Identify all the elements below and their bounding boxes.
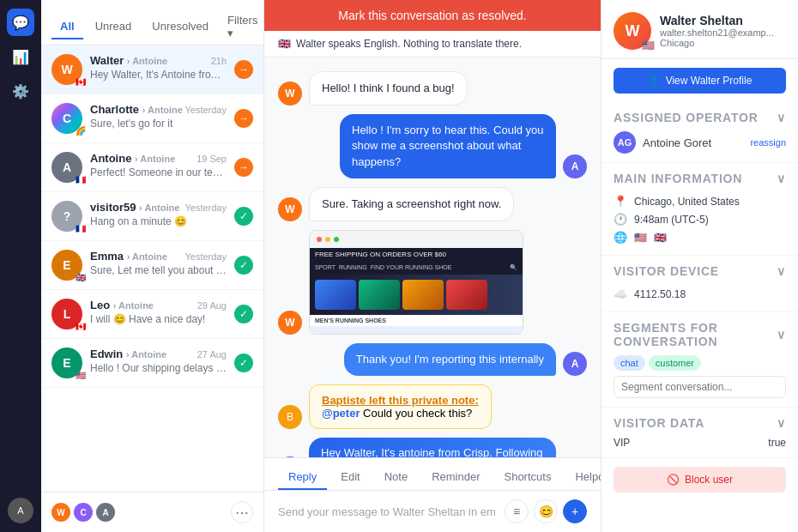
conversation-items: W 🇨🇦 Walter › Antoine 21h Hey Walter, It… <box>41 45 263 492</box>
shoe-2 <box>359 280 400 310</box>
chevron-down-icon-3[interactable]: ∨ <box>777 264 786 278</box>
conv-preview-walter: Hey Walter, It's Antoine from Crisp. Fol… <box>90 69 227 81</box>
msg-bubble-2: Hello ! I'm sorry to hear this. Could yo… <box>340 114 556 178</box>
conv-name-walter: Walter › Antoine <box>90 54 167 67</box>
chevron-down-icon[interactable]: ∨ <box>777 111 786 124</box>
nav-user-avatar[interactable]: A <box>8 498 33 523</box>
nav-settings-icon[interactable]: ⚙️ <box>7 77 34 105</box>
clock-icon: 🕐 <box>614 213 627 226</box>
msg-bubble-5: Thank you! I'm reporting this internally <box>344 343 556 376</box>
conv-item-antoine[interactable]: A 🇫🇷 Antoine › Antoine 19 Sep Perfect! S… <box>41 143 263 192</box>
msg-bubble-3: Sure. Taking a screenshot right now. <box>309 187 514 221</box>
input-tab-edit[interactable]: Edit <box>330 465 370 490</box>
screenshot-card: FREE SHIPPING ON ORDERS OVER $60 SPORT R… <box>309 230 523 335</box>
chevron-down-icon-2[interactable]: ∨ <box>777 172 786 185</box>
msg-avatar-baptiste: B <box>278 405 302 429</box>
msg-avatar-walter-3: W <box>278 311 302 335</box>
rp-location-text: Chicago, United States <box>634 196 740 208</box>
block-user-button[interactable]: 🚫 Block user <box>614 467 786 493</box>
conv-item-charlotte[interactable]: C 🌈 Charlotte › Antoine Yesterday Sure, … <box>41 94 263 143</box>
chat-emoji-icon[interactable]: 😊 <box>534 499 558 523</box>
chevron-down-icon-5[interactable]: ∨ <box>777 416 786 430</box>
avatar-edwin: E 🇺🇸 <box>51 348 82 378</box>
note-bubble: Baptiste left this private note: @peter … <box>309 384 492 429</box>
msg-avatar-antoine-2: A <box>563 352 587 376</box>
avatar-leo: L 🇨🇦 <box>51 299 82 329</box>
chat-input-field[interactable] <box>278 505 496 518</box>
rp-section-device: VISITOR DEVICE ∨ ☁️ 4112.50.18 <box>602 256 798 312</box>
msg-row-7: A Hey Walter, It's antoine from Crisp. F… <box>278 438 587 457</box>
rp-info: Walter Sheltan walter.shelton21@examp...… <box>660 14 774 48</box>
view-profile-button[interactable]: 👤 View Walter Profile <box>614 68 786 94</box>
reassign-link[interactable]: reassign <box>750 137 786 148</box>
msg-row-3: W Sure. Taking a screenshot right now. <box>278 187 587 221</box>
vip-row: VIP true <box>614 437 786 449</box>
input-tab-note[interactable]: Note <box>374 465 418 490</box>
vip-value: true <box>768 437 786 449</box>
mock-label: MEN'S RUNNING SHOES <box>310 315 523 326</box>
nav-stats-icon[interactable]: 📊 <box>7 43 34 70</box>
chat-format-icon[interactable]: ≡ <box>505 499 529 523</box>
rp-section-title-device: VISITOR DEVICE ∨ <box>614 264 786 278</box>
rp-section-title-visitordata: VISITOR DATA ∨ <box>614 416 786 430</box>
rp-section-main-info: MAIN INFORMATION ∨ 📍 Chicago, United Sta… <box>602 163 798 256</box>
chat-input-tabs: Reply Edit Note Reminder Shortcuts Helpd… <box>264 458 601 491</box>
conv-item-leo[interactable]: L 🇨🇦 Leo › Antoine 29 Aug I will 😊 Have … <box>41 290 263 339</box>
mock-nav-text: SPORT <box>315 264 336 270</box>
chat-send-icon[interactable]: + <box>563 499 587 523</box>
conv-item-edwin[interactable]: E 🇺🇸 Edwin › Antoine 27 Aug Hello ! Our … <box>41 339 263 388</box>
segment-chat[interactable]: chat <box>614 355 645 371</box>
rp-flags-row: 🌐 🇺🇸 🇬🇧 <box>614 228 786 246</box>
conv-status-emma: ✓ <box>234 256 253 275</box>
msg-avatar-antoine-1: A <box>563 154 587 178</box>
rp-section-title-segments: SEGMENTS FOR CONVERSATION ∨ <box>614 321 786 348</box>
conv-item-visitor59[interactable]: ? 🇫🇷 visitor59 › Antoine Yesterday Hang … <box>41 192 263 241</box>
input-tab-reply[interactable]: Reply <box>278 465 327 490</box>
rp-city: Chicago <box>660 38 774 48</box>
nav-chat-icon[interactable]: 💬 <box>7 9 34 36</box>
shoe-1 <box>315 280 356 310</box>
rp-time-row: 🕐 9:48am (UTC-5) <box>614 210 786 228</box>
conv-tabs: All Unread Unresolved Filters ▾ <box>41 0 263 45</box>
msg-row-5: A Thank you! I'm reporting this internal… <box>278 343 587 376</box>
rp-time-text: 9:48am (UTC-5) <box>634 214 709 226</box>
msg-avatar-walter-1: W <box>278 82 302 106</box>
note-body: @peter Could you check this? <box>322 407 479 420</box>
left-navigation: 💬 📊 ⚙️ A <box>0 0 41 532</box>
rp-section-operator: ASSIGNED OPERATOR ∨ AG Antoine Goret rea… <box>602 102 798 163</box>
typing-preview: Hey Walter, It's antoine from Crisp. Fol… <box>309 438 556 457</box>
conv-status-charlotte: → <box>234 109 253 128</box>
rp-flag-gb: 🇬🇧 <box>654 232 667 244</box>
dot-red <box>317 237 322 242</box>
rp-flag-us: 🇺🇸 <box>634 232 647 244</box>
rp-section-title-operator: ASSIGNED OPERATOR ∨ <box>614 111 786 124</box>
conv-body-walter: Walter › Antoine 21h Hey Walter, It's An… <box>90 54 227 81</box>
rp-ip-row: ☁️ 4112.50.18 <box>614 285 786 303</box>
input-tab-reminder[interactable]: Reminder <box>421 465 490 490</box>
new-conv-button[interactable]: ⋯ <box>231 501 253 523</box>
chat-banner[interactable]: Mark this conversation as resolved. <box>264 0 601 31</box>
conv-item-emma[interactable]: E 🇬🇧 Emma › Antoine Yesterday Sure, Let … <box>41 241 263 290</box>
conv-item-walter[interactable]: W 🇨🇦 Walter › Antoine 21h Hey Walter, It… <box>41 45 263 94</box>
chevron-down-icon-4[interactable]: ∨ <box>777 328 786 342</box>
rp-operator: AG Antoine Goret reassign <box>614 131 786 154</box>
avatar-charlotte: C 🌈 <box>51 103 82 134</box>
tab-unread[interactable]: Unread <box>87 15 141 39</box>
dot-yellow <box>325 237 330 242</box>
input-tab-shortcuts[interactable]: Shortcuts <box>493 465 561 490</box>
tab-unresolved[interactable]: Unresolved <box>143 15 217 39</box>
msg-row-4: W FREE SHIPPING ON ORDERS OVER $60 SPORT… <box>278 230 587 335</box>
tab-filters[interactable]: Filters ▾ <box>221 9 264 45</box>
chat-main: Mark this conversation as resolved. 🇬🇧 W… <box>264 0 601 532</box>
conv-name-visitor59: visitor59 › Antoine <box>90 201 179 214</box>
segment-input-field[interactable] <box>614 376 786 398</box>
chat-input-area: Reply Edit Note Reminder Shortcuts Helpd… <box>264 457 601 532</box>
rp-name: Walter Sheltan <box>660 14 774 27</box>
conv-body-charlotte: Charlotte › Antoine Yesterday Sure, let'… <box>90 103 227 130</box>
chat-messages: W Hello! I think I found a bug! A Hello … <box>264 57 601 457</box>
shoe-3 <box>402 280 444 310</box>
avatar-visitor59: ? 🇫🇷 <box>51 201 82 232</box>
tab-all[interactable]: All <box>51 15 83 39</box>
segment-customer[interactable]: customer <box>649 355 701 371</box>
conv-list-footer: W C A ⋯ <box>41 492 263 532</box>
